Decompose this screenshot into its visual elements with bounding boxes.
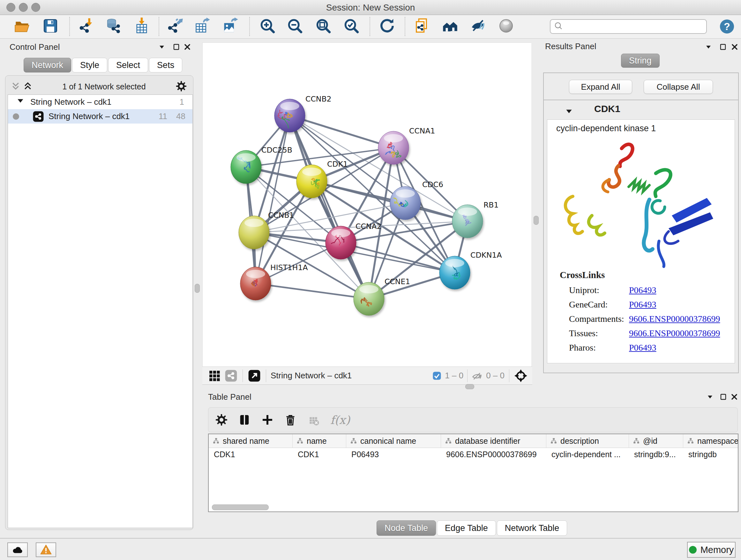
table-cell[interactable]: stringdb:9... xyxy=(629,448,683,461)
zoom-fit-button[interactable] xyxy=(314,17,333,35)
table-cell[interactable]: 9606.ENSP00000378699 xyxy=(441,448,546,461)
show-columns-icon[interactable] xyxy=(237,413,252,427)
node-CCNB2[interactable] xyxy=(274,99,305,132)
tab-network[interactable]: Network xyxy=(23,58,71,72)
tree-expand-icon[interactable] xyxy=(16,97,24,107)
right-splitter-handle[interactable] xyxy=(534,216,539,225)
import-network-button[interactable] xyxy=(77,17,96,35)
hidden-eye-icon[interactable] xyxy=(471,371,483,381)
open-button[interactable] xyxy=(13,17,31,35)
expand-all-networks-icon[interactable] xyxy=(23,81,32,92)
clone-network-button[interactable] xyxy=(412,17,431,35)
tab-style[interactable]: Style xyxy=(72,58,107,72)
crosslink-link[interactable]: P06493 xyxy=(629,285,657,295)
export-image-button[interactable] xyxy=(221,17,240,35)
table-row[interactable]: CDK1CDK1P064939606.ENSP00000378699cyclin… xyxy=(209,448,738,461)
crosslink-link[interactable]: 9606.ENSP00000378699 xyxy=(629,328,720,338)
export-table-button[interactable] xyxy=(193,17,212,35)
tab-edge-table[interactable]: Edge Table xyxy=(437,520,496,536)
crosslink-link[interactable]: P06493 xyxy=(629,300,657,310)
edge-CCNB2-CCNA1[interactable] xyxy=(290,116,394,148)
table-horizontal-scrollbar[interactable] xyxy=(211,504,734,510)
collapse-all-networks-icon[interactable] xyxy=(11,81,20,92)
table-panel-float-icon[interactable] xyxy=(706,393,714,401)
tab-select[interactable]: Select xyxy=(108,58,148,72)
control-panel-maximize-icon[interactable] xyxy=(172,43,181,51)
function-builder-icon[interactable]: f(x) xyxy=(330,414,350,427)
search-box[interactable] xyxy=(550,19,707,34)
edge-HIST1H1A-CCNE1[interactable] xyxy=(256,284,369,299)
table-options-gear-icon[interactable] xyxy=(214,413,229,427)
crosslink-link[interactable]: 9606.ENSP00000378699 xyxy=(629,314,720,324)
network-view[interactable]: CCNB2CCNA1CDC25BCDK1CDC6RB1CCNB1CCNA2CDK… xyxy=(202,43,531,367)
export-network-button[interactable] xyxy=(165,17,184,35)
selected-checkbox-icon[interactable] xyxy=(432,371,442,381)
node-CDC25B[interactable] xyxy=(231,150,261,184)
help-button[interactable]: ? xyxy=(719,19,735,34)
column-header-description[interactable]: description xyxy=(546,434,629,448)
table-panel-close-icon[interactable] xyxy=(730,393,738,401)
network-tree-row-selected[interactable]: String Network – cdk1 11 48 xyxy=(8,109,192,124)
save-button[interactable] xyxy=(41,17,60,35)
scrollbar-thumb[interactable] xyxy=(212,504,269,510)
fit-content-icon[interactable] xyxy=(514,369,528,383)
control-panel-float-icon[interactable] xyxy=(158,43,166,51)
column-header-database-identifier[interactable]: database identifier xyxy=(441,434,546,448)
results-panel-float-icon[interactable] xyxy=(704,43,713,51)
table-panel-maximize-icon[interactable] xyxy=(719,393,728,401)
table-cell[interactable]: CDK1 xyxy=(293,448,346,461)
node-CDKN1A[interactable] xyxy=(440,256,470,289)
cdk1-collapse-icon[interactable] xyxy=(565,107,573,117)
zoom-selected-button[interactable] xyxy=(342,17,360,35)
import-database-button[interactable] xyxy=(104,17,122,35)
tab-sets[interactable]: Sets xyxy=(149,58,182,72)
search-input[interactable] xyxy=(566,22,706,31)
node-CCNA1[interactable] xyxy=(378,131,409,165)
tab-string[interactable]: String xyxy=(621,54,660,68)
network-grid-view-icon[interactable] xyxy=(207,369,221,383)
add-column-icon[interactable] xyxy=(260,413,275,427)
node-CCNA2[interactable] xyxy=(326,226,356,259)
crosslink-link[interactable]: P06493 xyxy=(629,343,657,353)
results-panel-close-icon[interactable] xyxy=(731,43,739,51)
column-header-canonical-name[interactable]: canonical name xyxy=(346,434,441,448)
edge-CCNB2-HIST1H1A[interactable] xyxy=(256,116,290,284)
network-tree-root-row[interactable]: String Network – cdk1 1 xyxy=(8,95,192,109)
node-CCNE1[interactable] xyxy=(354,282,384,315)
node-CDK1[interactable] xyxy=(296,165,327,198)
left-splitter-handle[interactable] xyxy=(195,284,200,293)
warnings-button[interactable] xyxy=(36,543,56,557)
control-panel-close-icon[interactable] xyxy=(183,43,192,51)
table-cell[interactable]: CDK1 xyxy=(209,448,293,461)
node-RB1[interactable] xyxy=(452,205,483,238)
collapse-all-button[interactable]: Collapse All xyxy=(644,80,713,94)
node-HIST1H1A[interactable] xyxy=(240,267,271,300)
zoom-in-button[interactable] xyxy=(258,17,277,35)
table-cell[interactable]: stringdb xyxy=(683,448,738,461)
node-CCNB1[interactable] xyxy=(239,216,269,249)
column-header-shared-name[interactable]: shared name xyxy=(209,434,293,448)
results-panel-maximize-icon[interactable] xyxy=(719,43,727,51)
refresh-button[interactable] xyxy=(378,17,396,35)
hide-button[interactable] xyxy=(469,17,487,35)
table-cell[interactable]: cyclin-dependent ... xyxy=(546,448,629,461)
memory-button[interactable]: Memory xyxy=(687,542,736,558)
import-table-button[interactable] xyxy=(132,17,151,35)
column-header-name[interactable]: name xyxy=(293,434,346,448)
zoom-out-button[interactable] xyxy=(286,17,304,35)
tab-node-table[interactable]: Node Table xyxy=(377,520,436,536)
column-header--id[interactable]: @id xyxy=(629,434,683,448)
birds-eye-view-icon[interactable] xyxy=(247,369,261,383)
edge-CDK1-RB1[interactable] xyxy=(312,181,468,221)
table-cell[interactable]: P06493 xyxy=(346,448,441,461)
network-options-gear-icon[interactable] xyxy=(176,80,187,93)
home-button[interactable] xyxy=(441,17,459,35)
cloud-button[interactable] xyxy=(7,543,28,557)
expand-all-button[interactable]: Expand All xyxy=(569,80,632,94)
show-button[interactable] xyxy=(497,17,515,35)
network-overview-icon[interactable] xyxy=(224,369,238,383)
node-CDC6[interactable] xyxy=(390,186,421,220)
tab-network-table[interactable]: Network Table xyxy=(497,520,567,536)
column-header-namespace[interactable]: namespace xyxy=(683,434,738,448)
delete-column-icon[interactable] xyxy=(283,413,298,427)
